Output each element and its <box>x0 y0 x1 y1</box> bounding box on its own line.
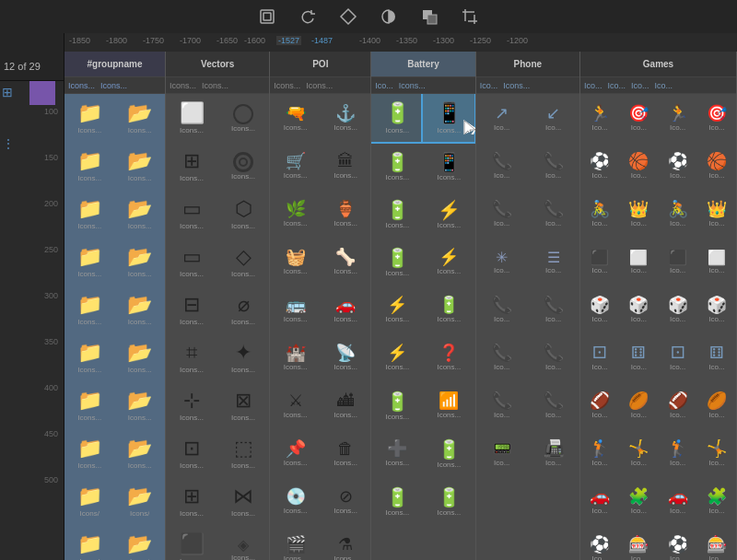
list-item[interactable]: 📟Ico... <box>476 429 528 477</box>
list-item[interactable]: ◈Icons... <box>217 525 269 560</box>
list-item[interactable]: 📂Icons... <box>115 238 166 286</box>
list-item[interactable]: 📂Icons... <box>115 142 166 190</box>
list-item[interactable]: 🎰Ico... <box>697 525 736 560</box>
list-item[interactable]: 📂Icons... <box>115 333 166 381</box>
list-item[interactable]: ⚓Icons... <box>321 94 371 142</box>
list-item[interactable]: ◇Icons... <box>217 238 269 286</box>
list-item[interactable]: 📁Icons... <box>64 142 115 190</box>
list-item[interactable]: ⬜Icons... <box>166 94 217 142</box>
list-item[interactable]: 🧩Ico... <box>697 477 736 525</box>
list-item[interactable]: ⚔Icons... <box>270 381 321 429</box>
list-item[interactable]: 🦴Icons... <box>321 238 371 286</box>
list-item[interactable]: 📁Icons... <box>64 333 115 381</box>
list-item[interactable]: 🏀Ico... <box>697 142 736 190</box>
list-item[interactable]: 🎲Ico... <box>697 286 736 333</box>
list-item[interactable]: 🧺Icons... <box>270 238 321 286</box>
list-item[interactable]: 📠Ico... <box>528 429 579 477</box>
list-item[interactable]: ⬡Icons... <box>217 190 269 238</box>
list-item[interactable]: 📁Icons... <box>64 190 115 238</box>
list-item[interactable]: ⚀Ico... <box>580 333 619 381</box>
overlap-icon[interactable] <box>418 6 440 28</box>
list-item[interactable]: 🏌Ico... <box>580 429 619 477</box>
list-item[interactable]: ⚗Icons... <box>321 525 371 560</box>
list-item[interactable]: 🔋Icons... <box>371 190 423 238</box>
list-item[interactable]: 📞Ico... <box>528 381 579 429</box>
list-item[interactable]: 📁Icons... <box>64 94 115 142</box>
list-item[interactable]: ⚅Ico... <box>619 333 658 381</box>
list-item[interactable]: ⊡Icons... <box>166 429 217 477</box>
list-item[interactable]: 📌Icons... <box>270 429 321 477</box>
list-item[interactable]: 📁Icons... <box>64 238 115 286</box>
list-item[interactable]: 📂Icons/ <box>115 525 166 560</box>
list-item[interactable]: ↗Ico... <box>476 94 528 142</box>
list-item[interactable]: 🗑Icons... <box>321 429 371 477</box>
list-item[interactable]: 🏌Ico... <box>658 429 696 477</box>
list-item[interactable]: 📁Icons... <box>64 429 115 477</box>
list-item[interactable]: ✳Ico... <box>476 238 528 286</box>
list-item[interactable]: 📱Icons... <box>423 142 474 190</box>
list-item[interactable]: 📡Icons... <box>321 333 371 381</box>
list-item[interactable]: 🔋Icons... <box>423 477 474 525</box>
list-item[interactable]: ⚽Ico... <box>658 525 696 560</box>
list-item[interactable]: ⬜Ico... <box>697 238 736 286</box>
crop-icon[interactable] <box>459 6 481 28</box>
list-item[interactable]: ⊞Icons... <box>166 477 217 525</box>
half-circle-icon[interactable] <box>378 6 400 28</box>
list-item[interactable]: 🌿Icons... <box>270 190 321 238</box>
list-item[interactable]: 🚴Ico... <box>658 190 696 238</box>
list-item[interactable]: ☰Ico... <box>528 238 579 286</box>
list-item[interactable]: ⬜Ico... <box>619 238 658 286</box>
rotate-icon[interactable] <box>297 6 319 28</box>
list-item[interactable]: ↙Ico... <box>528 94 579 142</box>
list-item[interactable]: 🔋 Icons... <box>371 94 423 142</box>
list-item[interactable]: ⌗Icons... <box>166 333 217 381</box>
list-item[interactable]: 📞Ico... <box>528 142 579 190</box>
list-item[interactable]: ⌀Icons... <box>217 286 269 333</box>
list-item[interactable]: ⚡Icons... <box>423 238 474 286</box>
list-item[interactable]: 🛒Icons... <box>270 142 321 190</box>
list-item[interactable]: ⚡Icons... <box>423 190 474 238</box>
list-item[interactable]: 🚌Icons... <box>270 286 321 333</box>
list-item[interactable]: 🚴Ico... <box>580 190 619 238</box>
list-item[interactable]: 📂Icons... <box>115 190 166 238</box>
list-item[interactable]: 🏉Ico... <box>619 381 658 429</box>
canvas-area[interactable]: #groupname Icons... Icons... 📁Icons... 📂… <box>64 52 737 560</box>
list-item[interactable]: 📞Ico... <box>528 190 579 238</box>
list-item[interactable]: 📂Icons... <box>115 429 166 477</box>
list-item[interactable]: 🏺Icons... <box>321 190 371 238</box>
list-item[interactable]: 🏃Ico... <box>580 94 619 142</box>
list-item[interactable]: 🏉Ico... <box>697 381 736 429</box>
list-item[interactable]: 👑Ico... <box>697 190 736 238</box>
list-item[interactable]: 🏈Ico... <box>580 381 619 429</box>
list-item[interactable]: 🚗Icons... <box>321 286 371 333</box>
list-item[interactable]: 🏃Ico... <box>658 94 696 142</box>
list-item[interactable]: ⚽Ico... <box>580 142 619 190</box>
vertical-align-icon[interactable]: ⊞ <box>2 85 13 99</box>
list-item[interactable]: ⊞Icons... <box>166 142 217 190</box>
list-item[interactable]: ⚽Ico... <box>580 525 619 560</box>
list-item[interactable]: 🔋Icons... <box>371 142 423 190</box>
list-item[interactable]: 🎲Ico... <box>580 286 619 333</box>
list-item[interactable]: 🎲Ico... <box>619 286 658 333</box>
frame-icon[interactable] <box>256 6 278 28</box>
list-item[interactable]: ⊟Icons... <box>166 286 217 333</box>
list-item[interactable]: 💿Icons... <box>270 477 321 525</box>
list-item[interactable]: 📞Ico... <box>528 286 579 333</box>
list-item[interactable]: 📁Icons... <box>64 381 115 429</box>
list-item[interactable]: 🏰Icons... <box>270 333 321 381</box>
list-item[interactable]: 🏙Icons... <box>321 381 371 429</box>
list-item[interactable]: 📱 Icons... <box>423 94 474 142</box>
list-item[interactable]: ▭Icons... <box>166 190 217 238</box>
list-item[interactable]: 🎯Ico... <box>619 94 658 142</box>
list-item[interactable]: ⬛Ico... <box>580 238 619 286</box>
list-item[interactable]: ❓Icons... <box>423 333 474 381</box>
list-item[interactable]: 🎰Ico... <box>619 525 658 560</box>
list-item[interactable]: ⋈Icons... <box>217 477 269 525</box>
list-item[interactable]: 📶Icons... <box>423 381 474 429</box>
list-item[interactable]: 📞Ico... <box>528 333 579 381</box>
list-item[interactable]: 📞Ico... <box>476 142 528 190</box>
list-item[interactable]: 📁Icons/ <box>64 525 115 560</box>
list-item[interactable]: ⊘Icons... <box>321 477 371 525</box>
list-item[interactable]: ➕Icons... <box>371 429 423 477</box>
list-item[interactable]: 🏀Ico... <box>619 142 658 190</box>
